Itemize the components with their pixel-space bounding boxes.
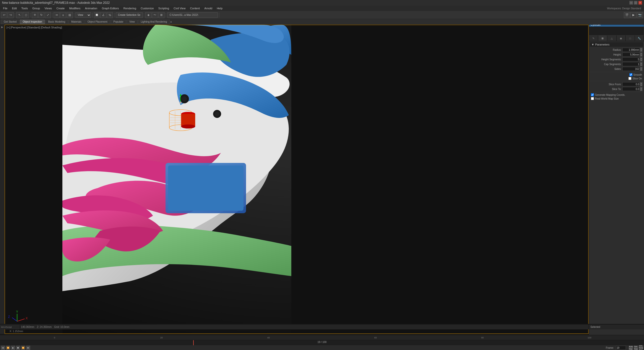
stop-button[interactable]: ⏹ (16, 346, 20, 350)
add-time-tag-button[interactable]: Add Time Tag (639, 346, 643, 350)
close-button[interactable]: ✕ (638, 1, 642, 5)
toolbar-sep-9 (219, 13, 219, 18)
slice-from-input[interactable] (622, 82, 640, 86)
redo-button[interactable]: ↪ (8, 12, 14, 18)
auto-key-button[interactable]: Auto Key (629, 346, 633, 350)
curve-editor-button[interactable]: 〜 (152, 12, 158, 18)
menu-animation[interactable]: Animation (83, 6, 99, 10)
radius-up[interactable]: ▲ (640, 48, 642, 50)
go-to-start-button[interactable]: ⏮ (1, 346, 5, 350)
panel-tab-motion[interactable]: ◉ (617, 35, 626, 41)
tab-object-inspection[interactable]: Object Inspection (20, 20, 45, 24)
real-world-map-checkbox[interactable] (591, 97, 594, 100)
menu-help[interactable]: Help (215, 6, 225, 10)
scale-button[interactable]: ⤢ (45, 12, 51, 18)
go-to-end-button[interactable]: ⏭ (26, 346, 30, 350)
generate-mapping-checkbox[interactable] (591, 93, 594, 96)
select-region-button[interactable]: ◻ (23, 12, 29, 18)
smooth-checkbox[interactable] (629, 73, 632, 76)
sides-down[interactable]: ▼ (640, 69, 642, 71)
menu-views[interactable]: Views (43, 6, 54, 10)
cap-segs-input[interactable] (622, 62, 640, 66)
toolbar-sep-4 (74, 13, 74, 18)
radius-down[interactable]: ▼ (640, 50, 642, 52)
height-segs-up[interactable]: ▲ (640, 57, 642, 59)
slice-to-down[interactable]: ▼ (640, 89, 642, 91)
menu-edit[interactable]: Edit (10, 6, 19, 10)
menu-civil-view[interactable]: Civil View (172, 6, 187, 10)
schematic-view-button[interactable]: ⊞ (158, 12, 165, 18)
next-frame-button[interactable]: ⏩ (21, 346, 25, 350)
material-editor-button[interactable]: ◈ (145, 12, 151, 18)
menu-modifiers[interactable]: Modifiers (67, 6, 83, 10)
snap-toggle[interactable]: 🔲 (94, 12, 100, 18)
viewport-area[interactable]: [+] [Perspective] [Standard] [Default Sh… (5, 25, 589, 334)
slice-on-checkbox[interactable] (628, 77, 631, 80)
radius-input[interactable] (622, 48, 640, 52)
panel-tab-modify[interactable]: ⊞ (598, 35, 608, 41)
cap-segs-up[interactable]: ▲ (640, 62, 642, 64)
menu-rendering[interactable]: Rendering (122, 6, 138, 10)
panel-tab-hierarchy[interactable]: △ (607, 35, 617, 41)
height-segs-input[interactable] (622, 57, 640, 61)
menu-content[interactable]: Content (188, 6, 202, 10)
maximize-button[interactable]: □ (634, 1, 637, 5)
menu-graph-editors[interactable]: Graph Editors (100, 6, 121, 10)
scene-viewport[interactable]: X Y Z (5, 25, 589, 334)
angle-snap[interactable]: ∠ (100, 12, 106, 18)
panel-tab-utilities[interactable]: 🔧 (635, 35, 644, 41)
height-up[interactable]: ▲ (640, 53, 642, 55)
menu-scripting[interactable]: Scripting (156, 6, 171, 10)
height-down[interactable]: ▼ (640, 55, 642, 57)
timeline-area[interactable]: 0 20 40 60 80 100 19 / 100 ⏮ ⏪ ▶ ⏹ ⏩ ⏭ F… (0, 335, 644, 350)
slice-from-down[interactable]: ▼ (640, 84, 642, 86)
rotate-button[interactable]: ↻ (38, 12, 44, 18)
slice-to-input[interactable] (622, 87, 640, 91)
minimize-button[interactable]: ─ (629, 1, 633, 5)
menu-file[interactable]: File (1, 6, 10, 10)
slice-to-up[interactable]: ▲ (640, 87, 642, 89)
menu-tools[interactable]: Tools (19, 6, 30, 10)
tab-lighting[interactable]: Lighting And Rendering (138, 20, 170, 24)
tab-materials[interactable]: Materials (68, 20, 84, 24)
maxscript-panel[interactable]: MAXScript (0, 324, 20, 329)
tab-view[interactable]: View (127, 20, 138, 24)
percent-snap[interactable]: % (107, 12, 113, 18)
play-button[interactable]: ▶ (11, 346, 15, 350)
prev-frame-button[interactable]: ⏪ (6, 346, 10, 350)
menu-group[interactable]: Group (30, 6, 42, 10)
render-button[interactable]: ▶ (630, 12, 636, 18)
move-button[interactable]: ✛ (32, 12, 38, 18)
tab-object-placement[interactable]: Object Placement (85, 20, 110, 24)
left-panel-arrow[interactable]: ▶ (1, 26, 3, 28)
timeline-track[interactable]: 19 / 100 (0, 340, 644, 345)
viewport-render-button[interactable]: 📷 (637, 12, 643, 18)
tab-get-started[interactable]: Get Started (1, 20, 19, 24)
frame-input[interactable] (616, 346, 626, 350)
undo-button[interactable]: ↩ (1, 12, 7, 18)
set-key-button[interactable]: Set Key (634, 346, 638, 350)
create-selection-set[interactable]: Create Selection Se (116, 12, 143, 18)
select-button[interactable]: ↖ (16, 12, 22, 18)
panel-tab-create[interactable]: ✎ (589, 35, 598, 41)
align-button[interactable]: ≡ (60, 12, 66, 18)
mirror-button[interactable]: ⇔ (54, 12, 60, 18)
sides-input[interactable] (622, 67, 640, 71)
menu-arnold[interactable]: Arnold (202, 6, 214, 10)
sides-up[interactable]: ▲ (640, 67, 642, 69)
timeline-playhead[interactable] (193, 340, 194, 345)
panel-tab-display[interactable]: □ (626, 35, 635, 41)
menu-customize[interactable]: Customize (139, 6, 156, 10)
cap-segs-spinner: ▲ ▼ (640, 62, 642, 66)
view-dropdown[interactable]: View Screen World (75, 12, 91, 18)
height-segs-down[interactable]: ▼ (640, 59, 642, 61)
render-setup-button[interactable]: 🎬 (624, 12, 630, 18)
tab-basic-modeling[interactable]: Basic Modeling (45, 20, 68, 24)
layer-button[interactable]: ▤ (67, 12, 73, 18)
tab-populate[interactable]: Populate (111, 20, 126, 24)
menu-create[interactable]: Create (54, 6, 67, 10)
tab-more[interactable]: + (170, 20, 172, 23)
cap-segs-down[interactable]: ▼ (640, 64, 642, 66)
height-input[interactable] (622, 53, 640, 57)
slice-from-up[interactable]: ▲ (640, 82, 642, 84)
